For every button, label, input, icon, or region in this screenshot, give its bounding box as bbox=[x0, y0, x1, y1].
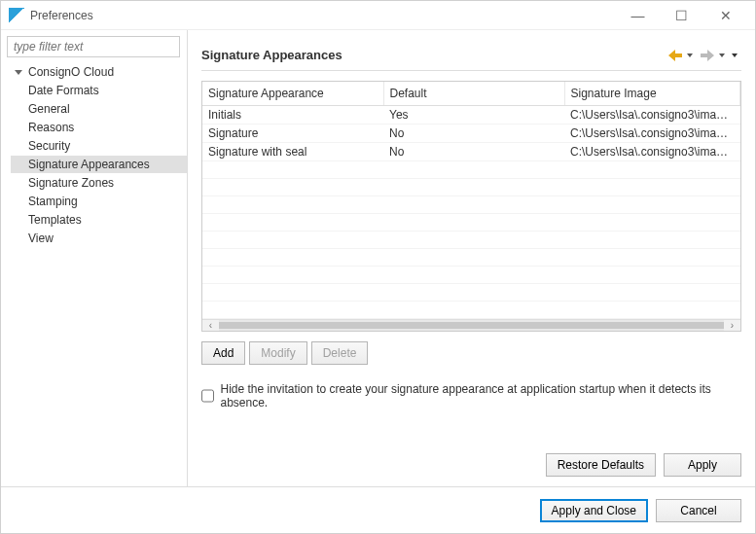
forward-icon[interactable] bbox=[699, 48, 716, 63]
apply-and-close-button[interactable]: Apply and Close bbox=[540, 499, 648, 522]
titlebar: Preferences — ☐ ✕ bbox=[1, 1, 755, 30]
sidebar-item-general[interactable]: General bbox=[11, 100, 187, 118]
panel-bottom-buttons: Restore Defaults Apply bbox=[201, 444, 741, 477]
sidebar-item-security[interactable]: Security bbox=[11, 137, 187, 155]
sidebar-item-label: Reasons bbox=[28, 121, 74, 134]
hide-invitation-row: Hide the invitation to create your signa… bbox=[201, 382, 741, 409]
col-header-name[interactable]: Signature Appearance bbox=[202, 82, 383, 105]
sidebar-item-reasons[interactable]: Reasons bbox=[11, 119, 187, 136]
sidebar-item-label: Signature Appearances bbox=[28, 158, 150, 171]
sidebar-item-consigno-cloud[interactable]: ConsignO Cloud bbox=[11, 63, 187, 81]
forward-menu-caret-icon[interactable] bbox=[719, 53, 725, 57]
sidebar-item-label: ConsignO Cloud bbox=[28, 65, 114, 79]
close-button[interactable]: ✕ bbox=[703, 1, 747, 30]
sidebar-item-label: Date Formats bbox=[28, 84, 99, 97]
table-row[interactable]: Signature with seal No C:\Users\Isa\.con… bbox=[202, 142, 740, 160]
modify-button[interactable]: Modify bbox=[249, 341, 306, 365]
back-menu-caret-icon[interactable] bbox=[687, 53, 693, 57]
appearances-table: Signature Appearance Default Signature I… bbox=[201, 81, 741, 332]
maximize-button[interactable]: ☐ bbox=[660, 1, 703, 30]
add-button[interactable]: Add bbox=[201, 341, 245, 365]
table-buttons: Add Modify Delete bbox=[201, 341, 741, 365]
window-title: Preferences bbox=[30, 9, 93, 22]
table-row[interactable]: Initials Yes C:\Users\Isa\.consigno3\ima… bbox=[202, 105, 740, 124]
cell-default: No bbox=[383, 124, 564, 142]
view-menu-caret-icon[interactable] bbox=[732, 53, 738, 57]
apply-button[interactable]: Apply bbox=[664, 453, 741, 477]
col-header-default[interactable]: Default bbox=[383, 82, 564, 105]
filter-input[interactable] bbox=[7, 36, 180, 57]
back-icon[interactable] bbox=[666, 48, 684, 63]
cell-image: C:\Users\Isa\.consigno3\image... bbox=[564, 124, 740, 142]
panel-header: Signature Appearances bbox=[201, 40, 741, 71]
sidebar-item-date-formats[interactable]: Date Formats bbox=[11, 82, 187, 99]
delete-button[interactable]: Delete bbox=[311, 341, 369, 365]
sidebar-item-signature-appearances[interactable]: Signature Appearances bbox=[11, 156, 187, 173]
sidebar-item-label: Signature Zones bbox=[28, 176, 114, 190]
panel-title: Signature Appearances bbox=[201, 48, 342, 62]
table-row[interactable]: Signature No C:\Users\Isa\.consigno3\ima… bbox=[202, 124, 740, 142]
sidebar-item-label: Security bbox=[28, 139, 70, 153]
scroll-track[interactable] bbox=[219, 320, 724, 332]
sidebar-item-stamping[interactable]: Stamping bbox=[11, 193, 187, 210]
sidebar-item-label: Templates bbox=[28, 213, 82, 227]
hide-invitation-label: Hide the invitation to create your signa… bbox=[220, 382, 741, 409]
hide-invitation-checkbox[interactable] bbox=[201, 389, 214, 403]
scroll-right-icon[interactable]: › bbox=[724, 320, 740, 332]
scroll-left-icon[interactable]: ‹ bbox=[202, 320, 219, 332]
app-icon bbox=[9, 8, 24, 23]
sidebar-item-label: Stamping bbox=[28, 195, 78, 208]
horizontal-scrollbar[interactable]: ‹ › bbox=[202, 319, 740, 332]
cell-default: No bbox=[383, 142, 564, 160]
restore-defaults-button[interactable]: Restore Defaults bbox=[546, 453, 656, 477]
cell-name: Signature bbox=[202, 124, 383, 142]
sidebar-item-templates[interactable]: Templates bbox=[11, 211, 187, 229]
expand-icon bbox=[15, 70, 22, 75]
cell-default: Yes bbox=[383, 105, 564, 124]
cell-name: Initials bbox=[202, 105, 383, 124]
cell-image: C:\Users\Isa\.consigno3\image... bbox=[564, 105, 740, 124]
sidebar-item-label: View bbox=[28, 231, 54, 245]
preferences-tree: ConsignO Cloud Date Formats General Reas… bbox=[7, 63, 187, 481]
table-header-row: Signature Appearance Default Signature I… bbox=[202, 82, 740, 105]
preferences-sidebar: ConsignO Cloud Date Formats General Reas… bbox=[1, 30, 188, 486]
cell-image: C:\Users\Isa\.consigno3\image... bbox=[564, 142, 740, 160]
minimize-button[interactable]: — bbox=[616, 1, 660, 30]
sidebar-item-label: General bbox=[28, 102, 70, 116]
dialog-footer: Apply and Close Cancel bbox=[1, 486, 755, 533]
scroll-thumb[interactable] bbox=[219, 322, 724, 330]
sidebar-item-signature-zones[interactable]: Signature Zones bbox=[11, 174, 187, 192]
cancel-button[interactable]: Cancel bbox=[656, 499, 741, 522]
empty-rows bbox=[202, 161, 740, 319]
col-header-image[interactable]: Signature Image bbox=[564, 82, 740, 105]
panel: Signature Appearances Signature Appea bbox=[188, 30, 755, 486]
sidebar-item-view[interactable]: View bbox=[11, 230, 187, 247]
cell-name: Signature with seal bbox=[202, 142, 383, 160]
